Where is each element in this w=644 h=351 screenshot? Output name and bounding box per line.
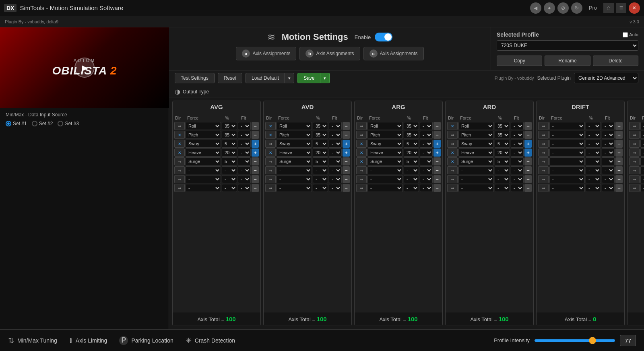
force-select-2-0[interactable]: Roll — [367, 122, 403, 130]
force-select-4-3[interactable]: - — [549, 149, 585, 157]
force-select-2-6[interactable]: - — [367, 175, 403, 183]
force-select-5-7[interactable]: - — [640, 184, 644, 192]
flt-select-1-1[interactable]: - — [329, 131, 342, 139]
force-select-1-2[interactable]: Sway — [277, 140, 312, 148]
force-select-2-7[interactable]: - — [367, 184, 403, 192]
load-default-chevron[interactable]: ▾ — [285, 73, 294, 83]
flt-select-1-6[interactable]: - — [329, 175, 342, 183]
flt-select-3-2[interactable]: - — [511, 140, 524, 148]
flt-select-4-5[interactable]: - — [602, 166, 615, 174]
pm-btn-3-7[interactable]: − — [524, 184, 532, 192]
pct-select-0-5[interactable]: - — [222, 166, 237, 174]
dir-icon-4-7[interactable]: ⇒ — [538, 184, 549, 192]
pct-select-3-5[interactable]: - — [495, 166, 510, 174]
dir-icon-2-4[interactable]: ✕ — [356, 157, 367, 165]
copy-button[interactable]: Copy — [497, 56, 542, 66]
flt-select-2-3[interactable]: - — [420, 149, 433, 157]
pct-select-3-1[interactable]: 35 — [495, 131, 510, 139]
pm-btn-0-0[interactable]: − — [252, 122, 259, 130]
pct-select-3-4[interactable]: 5 — [495, 157, 510, 165]
pct-select-4-2[interactable]: - — [586, 140, 601, 148]
flt-select-2-7[interactable]: - — [420, 184, 433, 192]
flt-select-4-1[interactable]: - — [602, 131, 615, 139]
flt-select-1-0[interactable]: - — [329, 122, 342, 130]
auto-check-input[interactable] — [623, 32, 628, 37]
flt-select-4-3[interactable]: - — [602, 149, 615, 157]
pct-select-0-1[interactable]: 35 — [222, 131, 237, 139]
pm-btn-3-3[interactable]: + — [524, 149, 532, 157]
flt-select-1-7[interactable]: - — [329, 184, 342, 192]
dir-icon-5-7[interactable]: ⇒ — [629, 184, 640, 192]
pm-btn-0-7[interactable]: − — [252, 184, 259, 192]
test-settings-button[interactable]: Test Settings — [175, 73, 215, 83]
home-button[interactable]: ⌂ — [603, 3, 614, 13]
pm-btn-3-6[interactable]: − — [524, 175, 532, 183]
force-select-4-7[interactable]: - — [549, 184, 585, 192]
pm-btn-2-5[interactable]: − — [433, 166, 441, 174]
flt-select-2-6[interactable]: - — [420, 175, 433, 183]
pct-select-4-7[interactable]: - — [586, 184, 601, 192]
dir-icon-5-4[interactable]: ⇒ — [629, 157, 640, 165]
force-select-3-4[interactable]: Surge — [458, 157, 494, 165]
pct-select-4-0[interactable]: - — [586, 122, 601, 130]
force-select-4-5[interactable]: - — [549, 166, 585, 174]
plugin-select[interactable]: Generic 2D Advanced — [574, 73, 638, 83]
flt-select-4-2[interactable]: - — [602, 140, 615, 148]
dir-icon-4-2[interactable]: ⇒ — [538, 140, 549, 148]
force-select-2-5[interactable]: - — [367, 166, 403, 174]
tab-axis-a[interactable]: a Axis Assignments — [236, 47, 296, 60]
dir-icon-5-5[interactable]: ⇒ — [629, 166, 640, 174]
dir-icon-5-1[interactable]: ⇒ — [629, 131, 640, 139]
minmax-tuning-item[interactable]: ⇅ Min/Max Tuning — [8, 336, 57, 345]
force-select-1-3[interactable]: Heave — [277, 149, 312, 157]
enable-toggle[interactable] — [375, 33, 392, 41]
dir-icon-0-2[interactable]: ✕ — [174, 140, 185, 148]
dir-icon-2-0[interactable]: ⇒ — [356, 122, 367, 130]
pm-btn-4-4[interactable]: − — [615, 157, 623, 165]
pct-select-4-6[interactable]: - — [586, 175, 601, 183]
pct-select-3-2[interactable]: 5 — [495, 140, 510, 148]
flt-select-2-4[interactable]: - — [420, 157, 433, 165]
force-select-1-4[interactable]: Surge — [277, 157, 312, 165]
pct-select-1-3[interactable]: 20 — [313, 149, 328, 157]
force-select-4-4[interactable]: - — [549, 157, 585, 165]
window-pause-btn[interactable]: ⊘ — [557, 2, 569, 14]
pct-select-2-3[interactable]: 20 — [404, 149, 419, 157]
force-select-4-2[interactable]: - — [549, 140, 585, 148]
force-select-5-5[interactable]: - — [640, 166, 644, 174]
flt-select-2-1[interactable]: - — [420, 131, 433, 139]
flt-select-3-5[interactable]: - — [511, 166, 524, 174]
dir-icon-1-2[interactable]: ⇒ — [265, 140, 276, 148]
dir-icon-0-5[interactable]: ⇒ — [174, 166, 185, 174]
force-select-5-0[interactable]: - — [640, 122, 644, 130]
pm-btn-3-5[interactable]: − — [524, 166, 532, 174]
window-fwd-btn[interactable]: ● — [544, 2, 555, 14]
force-select-4-0[interactable]: - — [549, 122, 585, 130]
force-select-2-3[interactable]: Heave — [367, 149, 403, 157]
window-refresh-btn[interactable]: ↻ — [571, 2, 582, 14]
pm-btn-0-2[interactable]: + — [252, 140, 259, 148]
pm-btn-1-7[interactable]: − — [343, 184, 350, 192]
force-select-0-3[interactable]: Heave — [186, 149, 221, 157]
flt-select-0-4[interactable]: - — [238, 157, 251, 165]
force-select-2-1[interactable]: Pitch — [367, 131, 403, 139]
force-select-0-6[interactable]: - — [186, 175, 221, 183]
pct-select-2-1[interactable]: 35 — [404, 131, 419, 139]
pm-btn-0-5[interactable]: − — [252, 166, 259, 174]
dir-icon-4-4[interactable]: ⇒ — [538, 157, 549, 165]
flt-select-3-4[interactable]: - — [511, 157, 524, 165]
rename-button[interactable]: Rename — [545, 56, 590, 66]
pm-btn-1-5[interactable]: − — [343, 166, 350, 174]
dir-icon-0-6[interactable]: ⇒ — [174, 175, 185, 183]
flt-select-0-1[interactable]: - — [238, 131, 251, 139]
dir-icon-4-5[interactable]: ⇒ — [538, 166, 549, 174]
dir-icon-0-4[interactable]: ⇒ — [174, 157, 185, 165]
pm-btn-2-6[interactable]: − — [433, 175, 441, 183]
pct-select-1-5[interactable]: - — [313, 166, 328, 174]
force-select-3-5[interactable]: - — [458, 166, 494, 174]
set2-radio[interactable]: Set #2 — [32, 121, 53, 126]
pct-select-4-1[interactable]: - — [586, 131, 601, 139]
force-select-3-7[interactable]: - — [458, 184, 494, 192]
dir-icon-4-6[interactable]: ⇒ — [538, 175, 549, 183]
flt-select-4-4[interactable]: - — [602, 157, 615, 165]
